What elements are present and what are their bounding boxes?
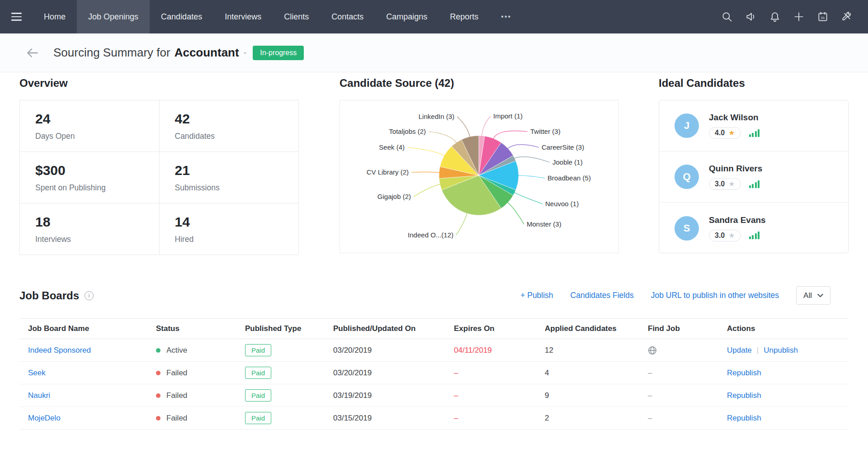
status-dot (156, 371, 160, 375)
add-plus-icon[interactable] (793, 11, 805, 23)
ideal-candidates-title: Ideal Candidates (659, 77, 849, 90)
avatar: S (675, 216, 699, 241)
column-header: Published/Updated On (333, 324, 454, 333)
candidates-fields-link[interactable]: Candidates Fields (571, 291, 634, 300)
table-row: MojeDelo Failed Paid 03/15/2019 – 2 – Re… (19, 407, 849, 430)
nav-item-clients[interactable]: Clients (273, 0, 320, 33)
republish-action-link[interactable]: Republish (727, 414, 761, 422)
published-type-badge: Paid (245, 344, 271, 356)
status-badge: In-progress (253, 46, 304, 60)
pie-label: Twitter (3) (530, 128, 561, 135)
overview-section: Overview 24 Days Open 42 Candidates $300… (19, 77, 299, 255)
stat-days-open: 24 Days Open (20, 100, 160, 152)
nav-item-reports[interactable]: Reports (439, 0, 490, 33)
stat-hired: 14 Hired (160, 203, 299, 255)
job-board-link[interactable]: MojeDelo (28, 414, 61, 422)
nav-item-interviews[interactable]: Interviews (213, 0, 273, 33)
signal-bars-icon (749, 232, 760, 239)
find-job-empty: – (648, 369, 727, 378)
search-icon[interactable] (721, 11, 733, 23)
nav-item-job-openings[interactable]: Job Openings (77, 0, 150, 33)
column-header: Published Type (245, 324, 333, 333)
expires-on: 04/11/2019 (454, 346, 545, 355)
find-job-empty: – (648, 391, 727, 400)
published-type-badge: Paid (245, 412, 271, 424)
star-icon: ★ (728, 180, 735, 188)
nav-item-contacts[interactable]: Contacts (320, 0, 375, 33)
job-board-link[interactable]: Indeed Sponsored (28, 346, 91, 354)
status-dot (156, 416, 160, 421)
page-title: Sourcing Summary for Accountant - (53, 46, 253, 60)
filter-dropdown[interactable]: All (796, 286, 830, 305)
pie-label: Gigajob (2) (377, 193, 411, 200)
nav-item-more-ellipsis[interactable]: ••• (490, 0, 523, 33)
calendar-icon[interactable]: 31 (817, 11, 829, 23)
nav-icon-bar: 31 (721, 0, 868, 33)
status-text: Failed (166, 391, 187, 400)
pie-label: CV Library (2) (367, 168, 409, 176)
candidate-source-title: Candidate Source (42) (340, 77, 619, 90)
pie-leader-line (457, 117, 470, 137)
status-text: Failed (166, 414, 187, 423)
nav-item-campaigns[interactable]: Campaigns (375, 0, 439, 33)
stat-submissions: 21 Submissions (160, 152, 299, 203)
status-dot (156, 348, 160, 353)
pie-leader-line (407, 147, 445, 156)
announcement-icon[interactable] (745, 11, 757, 23)
status-text: Failed (166, 369, 187, 378)
pie-leader-line (429, 132, 457, 143)
pie-label: Import (1) (493, 112, 523, 120)
hamburger-menu-icon[interactable] (0, 0, 33, 33)
expires-on: – (454, 369, 545, 378)
overview-title: Overview (19, 77, 299, 90)
status-dot (156, 393, 160, 398)
pie-leader-line (456, 213, 467, 235)
star-icon: ★ (728, 232, 735, 239)
republish-action-link[interactable]: Republish (727, 369, 761, 377)
publish-button[interactable]: + Publish (520, 291, 553, 300)
job-url-link[interactable]: Job URL to publish in other websites (651, 291, 779, 300)
candidate-list-item[interactable]: J Jack Wilson 4.0 ★ (659, 100, 848, 151)
job-board-link[interactable]: Naukri (28, 391, 50, 400)
pie-label: Seek (4) (379, 143, 405, 151)
candidate-list-item[interactable]: Q Quinn Rivers 3.0 ★ (659, 151, 848, 203)
status-text: Active (166, 346, 187, 355)
nav-items: Home Job Openings Candidates Interviews … (33, 0, 523, 33)
expires-on: – (454, 414, 545, 423)
back-arrow-icon[interactable] (25, 46, 40, 60)
column-header: Find Job (648, 324, 727, 333)
pie-leader-line (514, 192, 542, 204)
applied-candidates: 9 (545, 391, 648, 400)
ideal-candidates-section: Ideal Candidates J Jack Wilson 4.0 ★ Q Q… (659, 77, 849, 253)
info-icon[interactable]: i (85, 291, 94, 300)
tools-icon[interactable] (841, 11, 853, 23)
candidate-name: Jack Wilson (709, 113, 760, 123)
pie-leader-line (514, 157, 550, 162)
update-action-link[interactable]: Update (727, 346, 752, 354)
expires-on: – (454, 391, 545, 400)
nav-item-home[interactable]: Home (33, 0, 77, 33)
nav-item-candidates[interactable]: Candidates (150, 0, 213, 33)
pie-leader-line (507, 202, 524, 224)
candidate-name: Quinn Rivers (709, 164, 762, 174)
notifications-bell-icon[interactable] (769, 11, 781, 23)
globe-icon[interactable] (648, 346, 727, 355)
avatar: J (675, 113, 699, 138)
unpublish-action-link[interactable]: Unpublish (764, 346, 798, 354)
job-board-link[interactable]: Seek (28, 369, 46, 377)
overview-stats-grid: 24 Days Open 42 Candidates $300 Spent on… (19, 100, 299, 255)
published-type-badge: Paid (245, 389, 271, 402)
pie-label: Totaljobs (2) (389, 128, 426, 135)
stat-spent-on-publishing: $300 Spent on Publishing (20, 152, 160, 203)
published-on: 03/20/2019 (333, 369, 454, 378)
job-boards-table: Job Board Name Status Published Type Pub… (19, 318, 849, 430)
pie-label: Jooble (1) (552, 158, 583, 166)
page-title-prefix: Sourcing Summary for (53, 46, 170, 60)
republish-action-link[interactable]: Republish (727, 391, 761, 400)
candidate-list-item[interactable]: S Sandra Evans 3.0 ★ (659, 203, 848, 253)
column-header: Status (156, 324, 245, 333)
candidate-source-pie-chart: Import (1)Twitter (3)CareerSite (3)Joobl… (340, 100, 618, 253)
find-job-empty: – (648, 414, 727, 423)
table-row: Seek Failed Paid 03/20/2019 – 4 – Republ… (19, 362, 849, 384)
pie-leader-line (411, 172, 440, 172)
